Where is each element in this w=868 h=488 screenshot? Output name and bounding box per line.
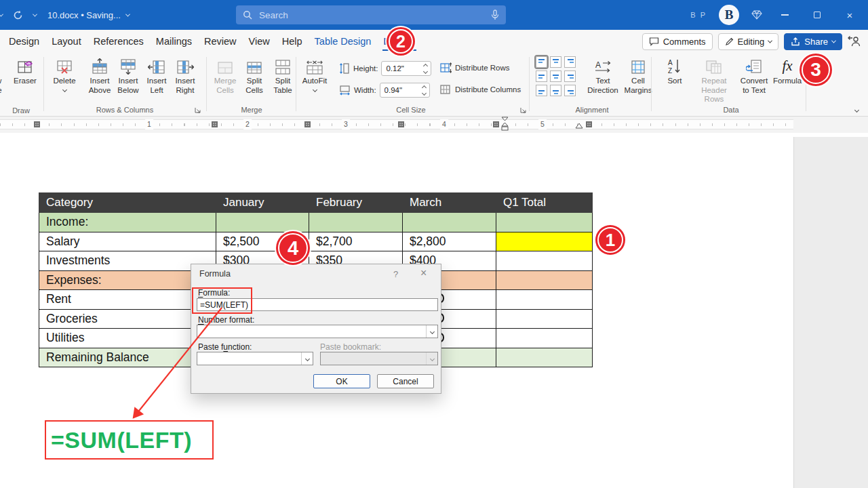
cell-value[interactable]: [496, 213, 593, 232]
autofit-button[interactable]: AutoFit: [299, 57, 330, 92]
cell-label[interactable]: Expenses:: [39, 270, 216, 290]
text-direction-button[interactable]: A Text Direction: [585, 57, 621, 95]
height-input[interactable]: [382, 64, 416, 73]
search-box[interactable]: [236, 5, 506, 24]
convert-to-text-button[interactable]: Convert to Text: [736, 57, 772, 95]
ruler-column-marker[interactable]: [304, 121, 311, 127]
insert-left-button[interactable]: Insert Left: [141, 57, 172, 95]
minimize-button[interactable]: [774, 5, 795, 25]
width-spinner[interactable]: [380, 83, 430, 98]
right-indent-marker[interactable]: [575, 122, 583, 129]
align-center-button[interactable]: [550, 70, 561, 82]
header-category[interactable]: Category: [39, 193, 216, 213]
width-spin-arrows[interactable]: [422, 86, 429, 95]
account-avatar[interactable]: B: [719, 5, 739, 25]
cell-label[interactable]: Remaining Balance: [39, 348, 216, 367]
distribute-columns-button[interactable]: Distribute Columns: [439, 84, 521, 95]
merge-cells-button[interactable]: Merge Cells: [210, 57, 241, 95]
ruler[interactable]: 1 2 3 4 5: [0, 117, 868, 133]
formula-button[interactable]: fx Formula: [772, 57, 803, 86]
tab-view[interactable]: View: [243, 30, 276, 53]
redo-icon[interactable]: [12, 9, 24, 21]
height-spin-arrows[interactable]: [424, 64, 431, 73]
dialog-help-icon[interactable]: ?: [393, 269, 398, 279]
header-q1-total[interactable]: Q1 Total: [496, 193, 593, 213]
cell-value[interactable]: [496, 309, 593, 329]
document-canvas[interactable]: Category January February March Q1 Total…: [0, 133, 868, 488]
delete-button[interactable]: Delete: [49, 57, 80, 92]
search-input[interactable]: [259, 10, 484, 20]
tab-review[interactable]: Review: [198, 30, 243, 53]
cell-size-dialog-launcher[interactable]: [519, 106, 527, 114]
restore-button[interactable]: [807, 5, 827, 25]
paste-bookmark-dropdown[interactable]: [320, 352, 438, 365]
insert-above-button[interactable]: Insert Above: [84, 57, 115, 95]
cell-value[interactable]: [496, 329, 593, 348]
tab-layout[interactable]: Layout: [45, 30, 87, 53]
number-format-dropdown[interactable]: [197, 325, 438, 338]
align-top-right-button[interactable]: [564, 56, 576, 68]
cell-value[interactable]: [403, 213, 496, 232]
close-button[interactable]: ×: [840, 5, 860, 25]
paste-function-dropdown[interactable]: [197, 352, 313, 365]
cell-value[interactable]: $2,800: [403, 232, 496, 251]
tab-table-design[interactable]: Table Design: [309, 30, 378, 53]
ok-button[interactable]: OK: [313, 374, 370, 388]
cell-value[interactable]: [309, 213, 403, 232]
collapse-ribbon-chevron-icon[interactable]: [854, 108, 859, 113]
autosave-chevron-icon[interactable]: [0, 12, 3, 16]
cancel-button[interactable]: Cancel: [377, 374, 434, 388]
split-cells-button[interactable]: Split Cells: [239, 57, 270, 95]
header-february[interactable]: February: [309, 193, 403, 213]
draw-table-button[interactable]: Draw Table: [0, 57, 8, 95]
eraser-button[interactable]: Eraser: [9, 57, 41, 86]
cell-label[interactable]: Rent: [39, 290, 216, 310]
align-center-left-button[interactable]: [536, 70, 547, 82]
ruler-column-marker[interactable]: [493, 121, 499, 127]
align-bottom-center-button[interactable]: [550, 85, 561, 96]
ruler-column-marker[interactable]: [212, 121, 218, 127]
indent-markers[interactable]: [500, 117, 509, 133]
editing-dropdown[interactable]: Editing: [718, 33, 779, 50]
rows-columns-dialog-launcher[interactable]: [194, 106, 201, 114]
align-top-center-button[interactable]: [550, 56, 561, 68]
cell-margins-button[interactable]: Cell Margins: [621, 57, 655, 95]
comments-button[interactable]: Comments: [642, 33, 713, 50]
dictate-mic-icon[interactable]: [491, 9, 499, 20]
tab-design[interactable]: Design: [3, 30, 45, 53]
ruler-column-marker[interactable]: [398, 121, 404, 127]
repeat-header-rows-button[interactable]: Repeat Header Rows: [693, 57, 735, 104]
cell-value[interactable]: [496, 251, 593, 271]
insert-right-button[interactable]: Insert Right: [170, 57, 201, 95]
share-button[interactable]: Share: [784, 33, 842, 50]
distribute-rows-button[interactable]: Distribute Rows: [439, 62, 510, 73]
qat-customize-chevron-icon[interactable]: [33, 12, 37, 16]
tab-mailings[interactable]: Mailings: [150, 30, 198, 53]
document-title[interactable]: 10.docx • Saving...: [47, 10, 231, 20]
insert-below-button[interactable]: Insert Below: [113, 57, 144, 95]
cell-label[interactable]: Income:: [39, 213, 216, 232]
cell-value[interactable]: [216, 213, 309, 232]
cell-label[interactable]: Groceries: [39, 309, 216, 329]
cell-value[interactable]: $2,700: [309, 232, 403, 251]
highlighted-formula-cell[interactable]: [496, 232, 593, 251]
header-january[interactable]: January: [216, 193, 309, 213]
ruler-column-marker[interactable]: [34, 121, 40, 127]
cell-label[interactable]: Utilities: [39, 329, 216, 348]
cell-label[interactable]: Salary: [39, 232, 216, 251]
cell-value[interactable]: [496, 270, 593, 290]
align-center-right-button[interactable]: [564, 70, 576, 82]
align-bottom-right-button[interactable]: [564, 85, 576, 96]
width-input[interactable]: [380, 86, 414, 94]
split-table-button[interactable]: Split Table: [267, 57, 298, 95]
cell-value[interactable]: [496, 348, 593, 367]
sort-button[interactable]: A Z Sort: [659, 57, 690, 86]
tab-help[interactable]: Help: [276, 30, 309, 53]
height-spinner[interactable]: [381, 61, 431, 76]
cell-label[interactable]: Investments: [39, 251, 216, 271]
tab-references[interactable]: References: [87, 30, 150, 53]
header-march[interactable]: March: [403, 193, 496, 213]
align-top-left-button[interactable]: [536, 56, 547, 68]
ruler-column-marker[interactable]: [586, 121, 592, 127]
cell-value[interactable]: [496, 290, 593, 310]
